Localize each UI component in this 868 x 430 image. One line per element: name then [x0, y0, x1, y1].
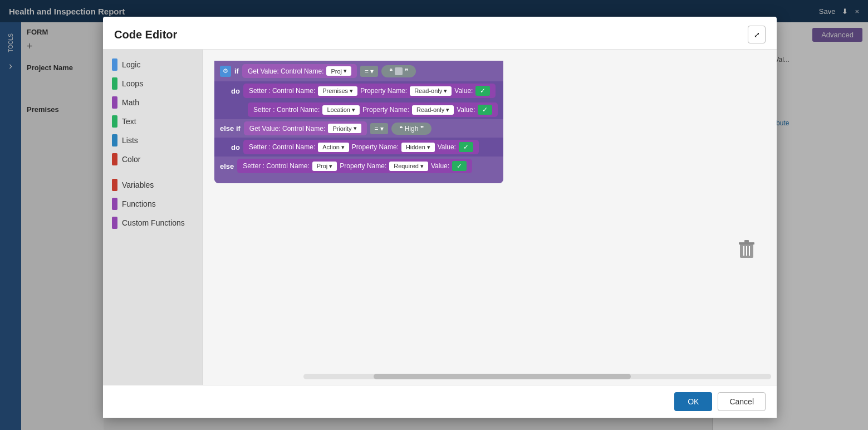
if-header-row: ⚙ if Get Value: Control Name: Proj ▾	[214, 61, 503, 81]
readonly-dropdown-1[interactable]: Read-only▾	[410, 86, 452, 96]
sidebar-item-math[interactable]: Math	[103, 93, 203, 112]
modal-header: Code Editor ⤢	[103, 17, 777, 50]
variables-label: Variables	[122, 180, 154, 189]
check-chip-3: ✓	[459, 142, 473, 152]
code-editor-modal: Code Editor ⤢ Logic Loops Math Text	[103, 17, 777, 418]
elseif-keyword: else if	[220, 124, 241, 133]
sidebar-item-loops[interactable]: Loops	[103, 74, 203, 93]
functions-color	[112, 198, 117, 210]
sidebar-item-lists[interactable]: Lists	[103, 131, 203, 150]
proj-dropdown[interactable]: Proj ▾	[326, 66, 351, 76]
property-label-2: Property Name:	[362, 106, 409, 114]
modal-footer: OK Cancel	[103, 385, 777, 418]
priority-dropdown[interactable]: Priority▾	[328, 124, 361, 133]
functions-label: Functions	[122, 199, 156, 208]
value-label-4: Value:	[431, 162, 449, 170]
ok-button[interactable]: OK	[674, 392, 712, 411]
if-block-bottom-cap	[214, 175, 503, 183]
property-label-3: Property Name:	[352, 143, 399, 151]
custom-functions-label: Custom Functions	[122, 218, 185, 227]
high-value: High	[405, 125, 419, 133]
empty-string-chip: ❝ ❞	[381, 65, 416, 77]
high-chip: ❝ High ❞	[391, 123, 432, 135]
sidebar-item-variables[interactable]: Variables	[103, 175, 203, 194]
expand-button[interactable]: ⤢	[748, 26, 766, 43]
value-label-1: Value:	[454, 87, 473, 95]
text-color	[112, 115, 117, 128]
sidebar-item-text[interactable]: Text	[103, 112, 203, 131]
variables-color	[112, 179, 117, 191]
code-canvas[interactable]: ⚙ if Get Value: Control Name: Proj ▾	[203, 50, 777, 385]
math-label: Math	[122, 98, 139, 107]
sidebar-divider	[103, 169, 203, 175]
readonly-dropdown-2[interactable]: Read-only▾	[412, 105, 454, 115]
do-row-3: do Setter : Control Name: Action▾ Proper…	[214, 138, 503, 157]
svg-rect-2	[744, 240, 749, 242]
get-value-chip[interactable]: Get Value: Control Name: Proj ▾	[242, 64, 357, 78]
logic-label: Logic	[122, 60, 140, 69]
do-keyword-2: do	[231, 143, 240, 152]
setter-label-1: Setter : Control Name:	[249, 87, 315, 95]
color-label: Color	[122, 155, 140, 164]
code-sidebar: Logic Loops Math Text Lists Color	[103, 50, 203, 385]
lists-label: Lists	[122, 136, 138, 145]
do-row-1: do Setter : Control Name: Premises▾ Prop…	[214, 81, 503, 100]
math-color	[112, 96, 117, 109]
else-if-row: else if Get Value: Control Name: Priorit…	[214, 119, 503, 138]
trash-button[interactable]	[739, 240, 754, 261]
value-label-3: Value:	[438, 143, 456, 151]
property-label-4: Property Name:	[340, 162, 386, 170]
get-value-chip-2[interactable]: Get Value: Control Name: Priority▾	[244, 121, 367, 135]
value-label-2: Value:	[457, 106, 475, 114]
custom-functions-color	[112, 217, 117, 229]
proj2-dropdown[interactable]: Proj▾	[312, 162, 337, 171]
equals-chip[interactable]: = ▾	[360, 66, 378, 77]
gear-icon: ⚙	[220, 66, 231, 77]
modal-title: Code Editor	[114, 28, 177, 41]
setter-label-3: Setter : Control Name:	[249, 143, 315, 151]
string-value-box	[395, 67, 403, 75]
sidebar-item-color[interactable]: Color	[103, 150, 203, 169]
do-row-2: Setter : Control Name: Location▾ Propert…	[214, 100, 503, 119]
loops-label: Loops	[122, 79, 143, 88]
get-value-label: Get Value: Control Name:	[248, 67, 324, 75]
lists-color	[112, 134, 117, 146]
do-keyword-1: do	[231, 87, 240, 95]
hidden-dropdown[interactable]: Hidden▾	[401, 143, 435, 152]
sidebar-item-custom-functions[interactable]: Custom Functions	[103, 213, 203, 232]
setter-label-4: Setter : Control Name:	[243, 162, 309, 170]
setter-label-2: Setter : Control Name:	[253, 106, 320, 114]
setter-chip-1[interactable]: Setter : Control Name: Premises▾ Propert…	[243, 84, 496, 98]
logic-color	[112, 58, 117, 71]
color-color	[112, 153, 117, 165]
text-label: Text	[122, 117, 136, 126]
else-row: else Setter : Control Name: Proj▾ Proper…	[214, 157, 503, 175]
loops-color	[112, 77, 117, 90]
sidebar-item-functions[interactable]: Functions	[103, 194, 203, 213]
blocks-container: ⚙ if Get Value: Control Name: Proj ▾	[214, 61, 766, 284]
required-dropdown[interactable]: Required▾	[389, 162, 428, 171]
scroll-thumb[interactable]	[374, 374, 631, 379]
if-block: ⚙ if Get Value: Control Name: Proj ▾	[214, 61, 503, 183]
else-keyword: else	[220, 162, 234, 170]
equals-chip-2[interactable]: =▾	[370, 123, 388, 134]
setter-chip-4[interactable]: Setter : Control Name: Proj▾ Property Na…	[237, 159, 472, 173]
location-dropdown[interactable]: Location▾	[322, 105, 360, 115]
setter-chip-3[interactable]: Setter : Control Name: Action▾ Property …	[243, 140, 479, 154]
action-dropdown[interactable]: Action▾	[318, 143, 349, 152]
get-value-label-2: Get Value: Control Name:	[249, 125, 326, 133]
check-chip-2: ✓	[478, 105, 492, 115]
expand-icon: ⤢	[754, 31, 760, 39]
cancel-button[interactable]: Cancel	[718, 392, 766, 411]
check-chip-4: ✓	[452, 161, 467, 171]
modal-body: Logic Loops Math Text Lists Color	[103, 50, 777, 385]
check-chip-1: ✓	[475, 86, 490, 96]
horizontal-scrollbar[interactable]	[303, 374, 771, 379]
premises-dropdown[interactable]: Premises▾	[318, 86, 357, 96]
svg-rect-1	[739, 242, 754, 245]
sidebar-item-logic[interactable]: Logic	[103, 55, 203, 74]
property-label-1: Property Name:	[360, 87, 407, 95]
if-keyword: if	[234, 67, 239, 75]
setter-chip-2[interactable]: Setter : Control Name: Location▾ Propert…	[248, 102, 498, 117]
